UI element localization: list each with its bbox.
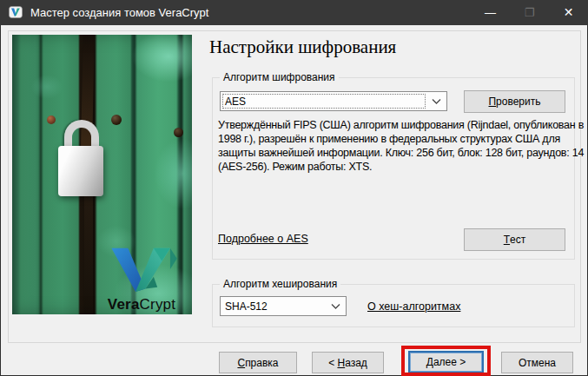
window-title: Мастер создания томов VeraCrypt (30, 6, 208, 19)
back-button[interactable]: < Назад (312, 352, 384, 373)
hash-info-link[interactable]: О хеш-алгоритмах (367, 300, 460, 313)
logo-text-regular: Crypt (140, 296, 176, 313)
door-bolt (174, 128, 183, 137)
hash-algorithm-select[interactable]: SHA-512 (220, 296, 347, 316)
minimize-icon: — (485, 6, 496, 19)
description-line: Утверждённый FIPS (США) алгоритм шифрова… (218, 118, 574, 132)
veracrypt-wizard-window: Мастер создания томов VeraCrypt — ❐ ✕ (0, 0, 588, 376)
padlock-shackle (64, 120, 99, 153)
hash-group-label: Алгоритм хеширования (220, 278, 340, 290)
encryption-group-label: Алгоритм шифрования (220, 71, 339, 83)
algorithm-description: Утверждённый FIPS (США) алгоритм шифрова… (218, 118, 574, 174)
description-line: защиты важнейшей информации. Ключ: 256 б… (218, 146, 574, 160)
titlebar: Мастер создания томов VeraCrypt — ❐ ✕ (0, 0, 588, 25)
close-icon: ✕ (564, 5, 574, 19)
help-button[interactable]: Справка (219, 352, 297, 373)
description-line: (AES-256). Режим работы: XTS. (218, 160, 574, 174)
close-button[interactable]: ✕ (549, 0, 588, 25)
minimize-button[interactable]: — (471, 0, 510, 25)
maximize-button: ❐ (510, 0, 549, 25)
logo-text-bold: Vera (108, 296, 140, 313)
veracrypt-logo: VeraCrypt (96, 247, 188, 313)
chevron-down-icon (331, 303, 340, 309)
focus-rect (222, 94, 426, 109)
description-line: 1998 г.), разрешён к применению в федера… (218, 132, 574, 146)
veracrypt-logo-text: VeraCrypt (96, 296, 188, 313)
window-controls: — ❐ ✕ (471, 0, 588, 25)
test-button[interactable]: Тест (464, 228, 565, 251)
cancel-button[interactable]: Отмена (501, 352, 573, 373)
chevron-down-icon (432, 98, 441, 104)
veracrypt-logo-icon (96, 247, 188, 292)
wizard-banner-image: VeraCrypt (12, 35, 192, 314)
veracrypt-app-icon (9, 5, 23, 19)
door-bolt (111, 115, 122, 125)
door-bolt (47, 115, 56, 124)
door-seam (84, 193, 93, 314)
encryption-algorithm-select[interactable]: AES (220, 91, 447, 111)
page-title: Настройки шифрования (209, 36, 396, 58)
more-about-aes-link[interactable]: Подробнее о AES (218, 233, 308, 245)
hash-algorithm-value: SHA-512 (225, 300, 268, 313)
verify-button[interactable]: Проверить (464, 90, 565, 113)
maximize-icon: ❐ (525, 6, 535, 19)
padlock-body (58, 146, 103, 196)
next-button[interactable]: Далее > (408, 351, 484, 373)
door-hasp (80, 35, 95, 182)
